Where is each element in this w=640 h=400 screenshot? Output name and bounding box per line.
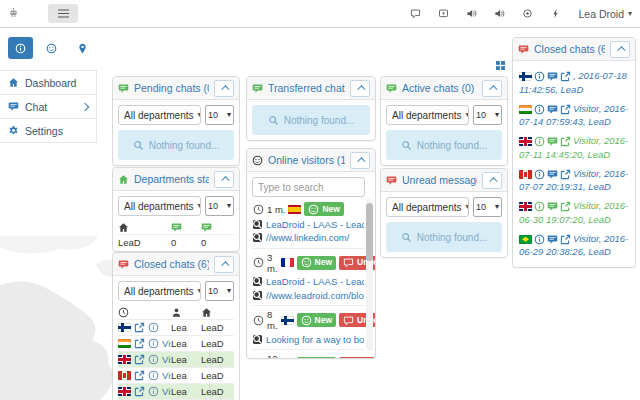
comment-icon[interactable] <box>410 8 421 19</box>
unread-messages-panel: Unread messages (0) All departments▾ 10▾… <box>380 168 508 258</box>
user-menu[interactable]: Lea Droid ▾ <box>578 8 632 20</box>
info-icon[interactable] <box>534 104 545 115</box>
home-icon <box>118 222 129 233</box>
sidebar-item-dashboard[interactable]: Dashboard <box>0 71 96 95</box>
chat-icon[interactable] <box>547 136 558 147</box>
closed-chat-row[interactable]: Visitor Lea LeaD <box>118 367 234 383</box>
closed-chat-row[interactable]: Lea LeaD <box>118 319 234 335</box>
visitor-page-link[interactable]: //www.leadroid.com/blog/index.php/... <box>253 290 364 301</box>
chat-icon[interactable] <box>547 169 558 180</box>
chat-icon[interactable] <box>547 104 558 115</box>
clock-icon <box>253 359 264 360</box>
info-icon[interactable] <box>534 169 545 180</box>
closed-chat-entry[interactable]: Visitor, 2016-07-11 14:45:20, LeaD <box>519 131 629 164</box>
visitor-row[interactable]: 3 m. New Unseen LeaDroid - LAAS - Leads … <box>252 248 365 306</box>
flag-spain-icon <box>288 205 301 214</box>
chat-icon[interactable] <box>547 201 558 212</box>
closed-chat-row[interactable]: Visitor Lea LeaD <box>118 383 234 399</box>
sidebar-item-settings[interactable]: Settings <box>0 119 96 143</box>
info-icon[interactable] <box>534 71 545 82</box>
departments-filter[interactable]: All departments▾ <box>386 197 469 217</box>
departments-filter[interactable]: All departments▾ <box>118 105 201 125</box>
external-link-icon[interactable] <box>560 136 571 147</box>
scrollbar-thumb[interactable] <box>366 203 373 261</box>
closed-chat-row[interactable]: Visitor Lea LeaD <box>118 351 234 367</box>
collapse-button[interactable] <box>482 172 502 189</box>
eye-icon[interactable] <box>522 8 533 19</box>
visitor-row[interactable]: 8 m. New Unseen Looking for a way to boo… <box>252 305 365 349</box>
external-link-icon[interactable] <box>560 234 571 245</box>
closed-chat-entry[interactable]: Visitor, 2016-06-29 20:38:26, LeaD <box>519 229 629 262</box>
chat-icon[interactable] <box>547 71 558 82</box>
visitor-page-link[interactable]: Looking for a way to boost sales thro... <box>253 334 364 345</box>
visitor-page-link[interactable]: LeaDroid - LAAS - Leads As A Service <box>253 219 364 230</box>
sidebar-toggle-button[interactable] <box>48 4 78 23</box>
flag-finland-icon <box>281 316 294 325</box>
closed-chat-entry[interactable]: Visitor, 2016-07-07 20:19:31, LeaD <box>519 164 629 197</box>
external-link-icon[interactable] <box>134 354 145 365</box>
chat-icon[interactable] <box>547 234 558 245</box>
closed-table-header <box>118 306 234 319</box>
tab-visitors-map[interactable] <box>70 37 95 59</box>
page-zoom-icon <box>253 335 262 344</box>
chevron-down-icon: ▾ <box>227 111 231 119</box>
collapse-button[interactable] <box>214 171 234 188</box>
external-link-icon[interactable] <box>560 104 571 115</box>
search-icon <box>401 232 412 243</box>
info-icon <box>15 43 26 54</box>
external-link-icon[interactable] <box>134 370 145 381</box>
external-link-icon[interactable] <box>134 338 145 349</box>
info-icon[interactable] <box>534 201 545 212</box>
tab-online-visitors[interactable] <box>39 37 64 59</box>
collapse-button[interactable] <box>610 41 630 58</box>
flash-icon[interactable] <box>550 8 561 19</box>
chat-icon <box>386 175 397 186</box>
tab-dashboard[interactable] <box>8 37 33 59</box>
closed-chat-entry[interactable]: Visitor, 2016-07-14 07:59:43, LeaD <box>519 99 629 132</box>
visitor-row[interactable]: 12 m. New Unseen LeaDroid - LAAS - Leads… <box>252 349 365 359</box>
departments-filter[interactable]: All departments▾ <box>118 281 201 301</box>
info-icon[interactable] <box>148 370 159 381</box>
external-link-icon[interactable] <box>560 169 571 180</box>
visitor-search-input[interactable] <box>252 177 365 197</box>
active-chats-panel: Active chats (0) All departments▾ 10▾ No… <box>380 76 508 166</box>
info-icon[interactable] <box>534 136 545 147</box>
info-icon[interactable] <box>148 386 159 397</box>
volume-icon[interactable] <box>466 8 477 19</box>
info-icon[interactable] <box>534 234 545 245</box>
scrollbar-track[interactable] <box>366 199 373 351</box>
info-icon[interactable] <box>148 338 159 349</box>
page-size-select[interactable]: 10▾ <box>205 196 234 216</box>
page-size-select[interactable]: 10▾ <box>473 105 502 125</box>
page-size-select[interactable]: 10▾ <box>205 281 234 301</box>
collapse-button[interactable] <box>214 256 234 273</box>
page-size-select[interactable]: 10▾ <box>473 197 502 217</box>
collapse-button[interactable] <box>350 152 370 169</box>
visitor-row[interactable]: 1 m. New LeaDroid - LAAS - Leads As A Se… <box>252 199 365 248</box>
collapse-button[interactable] <box>350 80 370 97</box>
page-size-select[interactable]: 10▾ <box>205 105 234 125</box>
external-link-icon[interactable] <box>134 322 145 333</box>
closed-chat-row[interactable]: Visitor Lea LeaD <box>118 335 234 351</box>
grid-icon[interactable] <box>495 60 506 71</box>
gear-icon <box>8 125 19 136</box>
closed-chat-entry[interactable]: Visitor, 2016-06-30 19:07:20, LeaD <box>519 196 629 229</box>
volume-icon[interactable] <box>494 8 505 19</box>
external-link-icon[interactable] <box>134 386 145 397</box>
info-icon[interactable] <box>148 322 159 333</box>
visitor-page-link[interactable]: LeaDroid - LAAS - Leads As A Service <box>253 276 364 287</box>
screen-share-icon[interactable] <box>438 8 449 19</box>
closed-chat-entry[interactable]: , 2016-07-18 11:42:56, LeaD <box>519 66 629 99</box>
collapse-button[interactable] <box>214 80 234 97</box>
external-link-icon[interactable] <box>560 71 571 82</box>
departments-filter[interactable]: All departments▾ <box>118 196 201 216</box>
info-icon[interactable] <box>148 354 159 365</box>
smiley-icon <box>308 204 319 215</box>
page-zoom-icon <box>253 277 262 286</box>
departments-filter[interactable]: All departments▾ <box>386 105 469 125</box>
sidebar-item-chat[interactable]: Chat <box>0 95 96 119</box>
collapse-button[interactable] <box>482 80 502 97</box>
chevron-up-icon <box>617 46 625 54</box>
external-link-icon[interactable] <box>560 201 571 212</box>
visitor-page-link[interactable]: //www.linkedin.com/ <box>253 232 364 243</box>
